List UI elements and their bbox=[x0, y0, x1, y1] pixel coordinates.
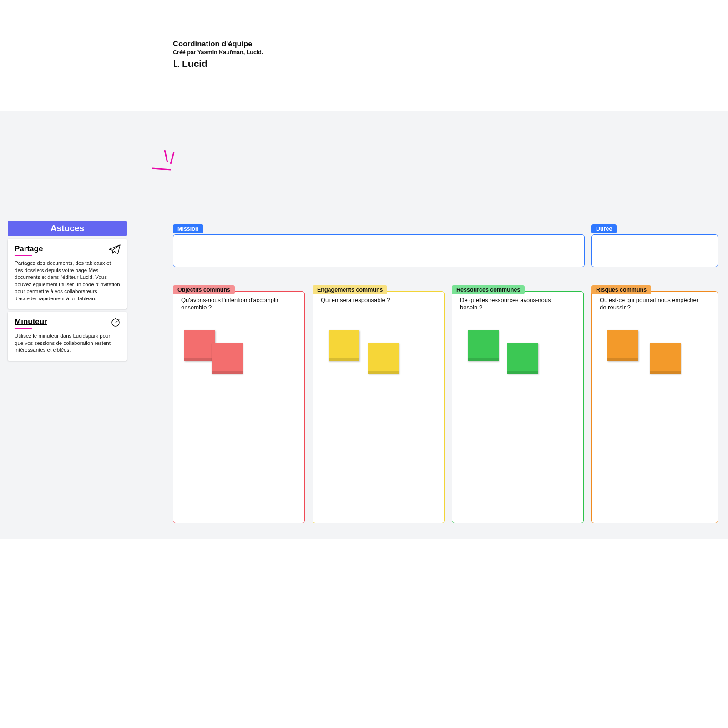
column-risks: Risques communs Qu'est-ce qui pourrait n… bbox=[592, 291, 718, 523]
sticky-note[interactable] bbox=[650, 343, 681, 374]
template-header: Coordination d'équipe Créé par Yasmin Ka… bbox=[173, 40, 263, 69]
sticky-note[interactable] bbox=[184, 330, 215, 361]
sticky-note[interactable] bbox=[329, 330, 359, 361]
column-box[interactable] bbox=[173, 291, 305, 523]
duration-tag: Durée bbox=[592, 224, 617, 233]
tip-title: Minuteur bbox=[15, 317, 120, 326]
column-box[interactable] bbox=[452, 291, 584, 523]
tip-card-share: Partage Partagez des documents, des tabl… bbox=[8, 239, 127, 309]
column-tag: Engagements communs bbox=[313, 285, 387, 294]
paper-plane-icon bbox=[109, 244, 121, 254]
column-tag: Ressources communes bbox=[452, 285, 525, 294]
tips-header: Astuces bbox=[8, 221, 127, 236]
tip-body: Partagez des documents, des tableaux et … bbox=[15, 260, 120, 302]
template-title: Coordination d'équipe bbox=[173, 40, 263, 48]
lucid-logo: Lucid bbox=[173, 58, 263, 69]
sticky-note[interactable] bbox=[212, 343, 243, 374]
duration-field[interactable] bbox=[592, 234, 718, 267]
sticky-note[interactable] bbox=[468, 330, 499, 361]
tip-accent bbox=[15, 255, 32, 256]
tips-sidebar: Astuces Partage Partagez des documents, … bbox=[8, 221, 127, 361]
column-prompt: Qu'est-ce qui pourrait nous empêcher de … bbox=[600, 297, 700, 312]
column-resources: Ressources communes De quelles ressource… bbox=[452, 291, 584, 523]
column-prompt: Qu'avons-nous l'intention d'accomplir en… bbox=[181, 297, 281, 312]
column-tag: Objectifs communs bbox=[173, 285, 235, 294]
column-prompt: Qui en sera responsable ? bbox=[321, 297, 421, 304]
mission-field[interactable] bbox=[173, 234, 585, 267]
stopwatch-icon bbox=[111, 317, 121, 327]
column-commitments: Engagements communs Qui en sera responsa… bbox=[313, 291, 445, 523]
lucid-logo-text: Lucid bbox=[182, 58, 207, 69]
column-tag: Risques communs bbox=[592, 285, 651, 294]
column-box[interactable] bbox=[313, 291, 445, 523]
accent-scribble bbox=[150, 148, 182, 180]
column-box[interactable] bbox=[592, 291, 718, 523]
column-objectives: Objectifs communs Qu'avons-nous l'intent… bbox=[173, 291, 305, 523]
tip-card-timer: Minuteur Utilisez le minuteur dans Lucid… bbox=[8, 312, 127, 361]
lucid-logo-mark bbox=[173, 59, 180, 68]
column-prompt: De quelles ressources avons-nous besoin … bbox=[460, 297, 560, 312]
sticky-note[interactable] bbox=[507, 343, 538, 374]
tip-body: Utilisez le minuteur dans Lucidspark pou… bbox=[15, 333, 120, 354]
template-subtitle: Créé par Yasmin Kaufman, Lucid. bbox=[173, 49, 263, 56]
sticky-note[interactable] bbox=[607, 330, 638, 361]
tip-accent bbox=[15, 328, 32, 329]
mission-tag: Mission bbox=[173, 224, 203, 233]
tip-title: Partage bbox=[15, 244, 120, 253]
sticky-note[interactable] bbox=[368, 343, 399, 374]
